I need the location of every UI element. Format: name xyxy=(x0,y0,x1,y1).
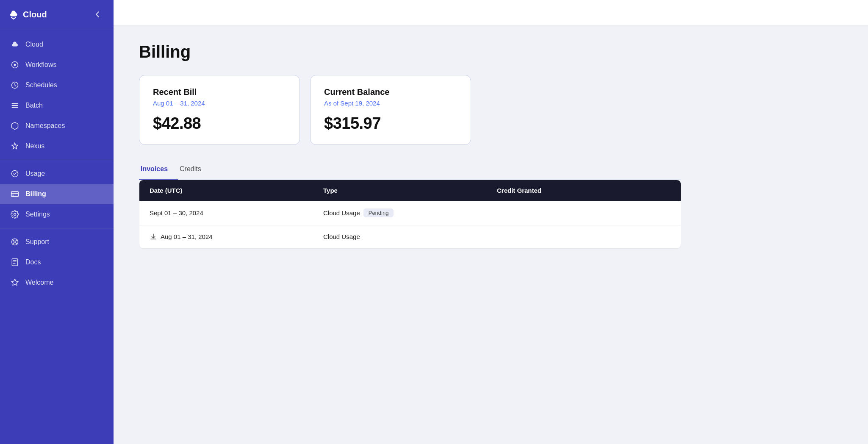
workflows-icon xyxy=(10,60,19,69)
sidebar-workflows-label: Workflows xyxy=(25,61,57,69)
table-header: Date (UTC) Type Credit Granted xyxy=(139,180,681,201)
table-row: Aug 01 – 31, 2024 Cloud Usage xyxy=(139,225,681,248)
svg-rect-4 xyxy=(12,105,18,106)
schedules-icon xyxy=(10,80,19,90)
sidebar-item-schedules[interactable]: Schedules xyxy=(0,75,114,95)
sidebar-item-support[interactable]: Support xyxy=(0,232,114,252)
sidebar-item-docs[interactable]: Docs xyxy=(0,252,114,272)
svg-point-8 xyxy=(14,214,16,216)
sidebar-docs-label: Docs xyxy=(25,258,41,266)
usage-icon xyxy=(10,169,19,178)
namespaces-icon xyxy=(10,121,19,130)
sidebar-schedules-label: Schedules xyxy=(25,81,57,89)
page-title: Billing xyxy=(139,42,681,61)
sidebar-item-namespaces[interactable]: Namespaces xyxy=(0,116,114,136)
row2-date: Aug 01 – 31, 2024 xyxy=(150,233,323,241)
settings-icon xyxy=(10,210,19,219)
top-bar xyxy=(114,0,868,25)
row1-date: Sept 01 – 30, 2024 xyxy=(150,209,323,216)
sidebar-logo: Cloud xyxy=(8,9,47,19)
nav-divider-1 xyxy=(0,160,114,160)
sidebar-item-settings[interactable]: Settings xyxy=(0,204,114,225)
row1-type: Cloud Usage Pending xyxy=(323,208,497,217)
nav-divider-2 xyxy=(0,228,114,228)
current-balance-subtitle: As of Sept 19, 2024 xyxy=(324,100,455,107)
svg-point-10 xyxy=(14,241,16,243)
svg-rect-11 xyxy=(12,259,17,266)
svg-rect-5 xyxy=(12,107,18,108)
tab-invoices[interactable]: Invoices xyxy=(139,160,178,180)
download-icon[interactable] xyxy=(150,233,157,241)
sidebar-item-cloud[interactable]: Cloud xyxy=(0,34,114,55)
support-icon xyxy=(10,237,19,247)
sidebar-usage-label: Usage xyxy=(25,170,45,178)
recent-bill-title: Recent Bill xyxy=(153,87,284,97)
main-content: Billing Recent Bill Aug 01 – 31, 2024 $4… xyxy=(114,0,868,444)
sidebar-item-billing[interactable]: Billing xyxy=(0,184,114,204)
svg-rect-7 xyxy=(11,191,19,197)
billing-icon xyxy=(10,189,19,199)
sidebar-nav-top: Cloud Workflows Schedules xyxy=(0,29,114,444)
billing-tabs: Invoices Credits xyxy=(139,160,681,180)
welcome-icon xyxy=(10,278,19,287)
status-badge: Pending xyxy=(363,208,394,217)
cloud-logo-icon xyxy=(8,9,19,19)
sidebar-item-batch[interactable]: Batch xyxy=(0,95,114,116)
table-row: Sept 01 – 30, 2024 Cloud Usage Pending xyxy=(139,201,681,225)
sidebar-support-label: Support xyxy=(25,238,49,246)
recent-bill-amount: $42.88 xyxy=(153,114,284,133)
invoices-table: Date (UTC) Type Credit Granted Sept 01 –… xyxy=(139,180,681,249)
sidebar-item-usage[interactable]: Usage xyxy=(0,164,114,184)
sidebar-nexus-label: Nexus xyxy=(25,142,44,150)
sidebar-collapse-button[interactable] xyxy=(92,8,103,20)
sidebar-header: Cloud xyxy=(0,0,114,29)
sidebar-batch-label: Batch xyxy=(25,102,43,109)
row2-type: Cloud Usage xyxy=(323,233,497,240)
batch-icon xyxy=(10,101,19,110)
sidebar-logo-label: Cloud xyxy=(23,10,47,19)
sidebar-item-workflows[interactable]: Workflows xyxy=(0,55,114,75)
billing-cards-row: Recent Bill Aug 01 – 31, 2024 $42.88 Cur… xyxy=(139,75,681,145)
docs-icon xyxy=(10,258,19,267)
content-area: Billing Recent Bill Aug 01 – 31, 2024 $4… xyxy=(114,25,707,266)
col-header-type: Type xyxy=(323,187,497,194)
sidebar-welcome-label: Welcome xyxy=(25,279,53,286)
sidebar-billing-label: Billing xyxy=(25,190,46,198)
svg-rect-3 xyxy=(12,103,18,104)
col-header-credit: Credit Granted xyxy=(497,187,671,194)
current-balance-amount: $315.97 xyxy=(324,114,455,133)
sidebar-item-nexus[interactable]: Nexus xyxy=(0,136,114,156)
recent-bill-subtitle: Aug 01 – 31, 2024 xyxy=(153,100,284,107)
col-header-date: Date (UTC) xyxy=(150,187,323,194)
sidebar-settings-label: Settings xyxy=(25,211,50,218)
nexus-icon xyxy=(10,142,19,151)
tab-credits[interactable]: Credits xyxy=(178,160,211,180)
current-balance-card: Current Balance As of Sept 19, 2024 $315… xyxy=(310,75,471,145)
recent-bill-card: Recent Bill Aug 01 – 31, 2024 $42.88 xyxy=(139,75,300,145)
sidebar-item-welcome[interactable]: Welcome xyxy=(0,272,114,293)
sidebar: Cloud Cloud Workflows Schedu xyxy=(0,0,114,444)
svg-point-1 xyxy=(14,64,16,66)
sidebar-namespaces-label: Namespaces xyxy=(25,122,65,130)
current-balance-title: Current Balance xyxy=(324,87,455,97)
sidebar-cloud-label: Cloud xyxy=(25,41,43,48)
cloud-icon xyxy=(10,40,19,49)
